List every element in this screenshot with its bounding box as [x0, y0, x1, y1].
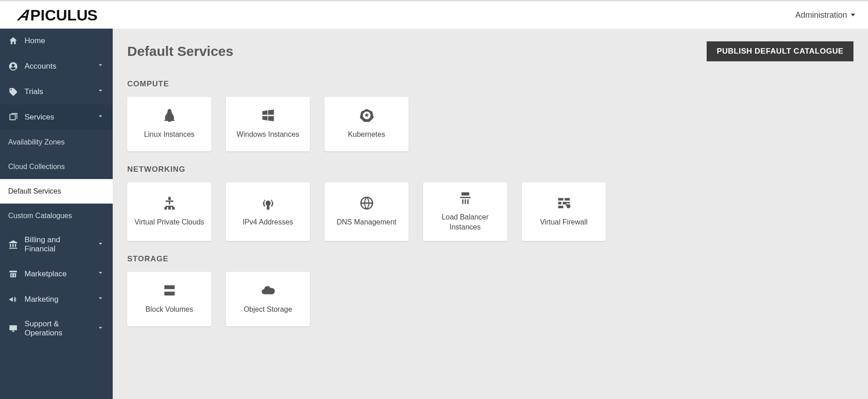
- chevron-up-icon: [96, 112, 105, 122]
- card-label: Block Volumes: [145, 304, 193, 314]
- brand-logo: APICULUS: [19, 6, 97, 24]
- card-label: Object Storage: [244, 304, 292, 314]
- sidebar-item-home[interactable]: Home: [0, 29, 113, 54]
- card-label: IPv4 Addresses: [243, 217, 293, 227]
- sidebar-label-home: Home: [25, 36, 45, 45]
- card-kubernetes[interactable]: Kubernetes: [324, 97, 409, 151]
- kubernetes-icon: [359, 108, 374, 123]
- linux-icon: [162, 108, 177, 123]
- card-linux-instances[interactable]: Linux Instances: [127, 97, 211, 151]
- monitor-icon: [8, 324, 18, 334]
- card-label: DNS Management: [337, 217, 397, 227]
- windows-icon: [260, 108, 276, 123]
- storage-icon: [162, 283, 177, 298]
- sidebar-sub-default-services[interactable]: Default Services: [0, 179, 113, 204]
- store-icon: [8, 269, 18, 279]
- card-dns[interactable]: DNS Management: [324, 182, 409, 241]
- administration-label: Administration: [795, 10, 847, 20]
- tags-icon: [8, 87, 18, 97]
- card-label: Windows Instances: [237, 130, 299, 140]
- sidebar-label-accounts: Accounts: [25, 62, 56, 71]
- sidebar-item-marketplace[interactable]: Marketplace: [0, 261, 113, 287]
- card-label: Kubernetes: [348, 130, 385, 140]
- main-content: Default Services PUBLISH DEFAULT CATALOG…: [113, 29, 868, 399]
- card-virtual-firewall[interactable]: Virtual Firewall: [522, 182, 606, 241]
- stack-icon: [8, 112, 18, 122]
- user-circle-icon: [8, 61, 18, 71]
- card-object-storage[interactable]: Object Storage: [226, 272, 310, 326]
- sidebar-sub-cloud-collections[interactable]: Cloud Collections: [0, 155, 113, 179]
- card-grid-compute: Linux Instances Windows Instances Kubern…: [127, 97, 853, 151]
- card-windows-instances[interactable]: Windows Instances: [226, 97, 310, 151]
- page-title: Default Services: [127, 44, 233, 59]
- bullhorn-icon: [8, 294, 18, 304]
- sidebar-sub-availability-zones[interactable]: Availability Zones: [0, 130, 113, 155]
- card-ipv4[interactable]: IPv4 Addresses: [226, 182, 310, 241]
- sidebar-item-support[interactable]: Support & Operations: [0, 312, 113, 345]
- sidebar-label-marketing: Marketing: [25, 295, 59, 304]
- card-grid-networking: Virtual Private Clouds IPv4 Addresses DN…: [127, 182, 853, 241]
- card-label: Virtual Private Clouds: [135, 217, 205, 227]
- card-load-balancer[interactable]: Load Balancer Instances: [423, 182, 507, 241]
- sidebar: Home Accounts Trials Services Availabili…: [0, 29, 113, 399]
- sidebar-label-services: Services: [25, 113, 54, 122]
- card-vpc[interactable]: Virtual Private Clouds: [127, 182, 211, 241]
- bank-icon: [8, 239, 18, 249]
- card-label: Load Balancer Instances: [429, 212, 502, 232]
- sidebar-item-marketing[interactable]: Marketing: [0, 287, 113, 312]
- section-title-compute: COMPUTE: [127, 80, 853, 89]
- page-header: Default Services PUBLISH DEFAULT CATALOG…: [127, 41, 853, 61]
- home-icon: [8, 36, 18, 46]
- load-balancer-icon: [458, 190, 473, 206]
- network-icon: [162, 195, 177, 211]
- sidebar-item-accounts[interactable]: Accounts: [0, 54, 113, 79]
- chevron-down-icon: [96, 324, 105, 334]
- chevron-down-icon: [96, 239, 105, 250]
- publish-catalogue-button[interactable]: PUBLISH DEFAULT CATALOGUE: [707, 41, 853, 61]
- sidebar-label-support: Support & Operations: [25, 319, 90, 338]
- cloud-storage-icon: [260, 283, 276, 298]
- sidebar-item-trials[interactable]: Trials: [0, 79, 113, 105]
- card-label: Linux Instances: [144, 130, 195, 140]
- card-grid-storage: Block Volumes Object Storage: [127, 272, 853, 326]
- sidebar-sub-custom-catalogues[interactable]: Custom Catalogues: [0, 204, 113, 228]
- firewall-icon: [556, 195, 572, 211]
- chevron-down-icon: [96, 294, 105, 304]
- card-label: Virtual Firewall: [540, 217, 588, 227]
- sidebar-item-services[interactable]: Services: [0, 105, 113, 130]
- section-title-storage: STORAGE: [127, 254, 853, 264]
- sidebar-label-marketplace: Marketplace: [25, 269, 67, 279]
- caret-down-icon: [851, 14, 855, 16]
- section-title-networking: NETWORKING: [127, 165, 853, 174]
- globe-icon: [359, 195, 374, 211]
- chevron-down-icon: [96, 269, 105, 279]
- sidebar-item-billing[interactable]: Billing and Financial: [0, 228, 113, 261]
- card-block-volumes[interactable]: Block Volumes: [127, 272, 211, 326]
- sidebar-label-billing: Billing and Financial: [25, 235, 90, 254]
- sidebar-label-trials: Trials: [25, 87, 43, 96]
- administration-dropdown[interactable]: Administration: [795, 10, 855, 20]
- broadcast-icon: [260, 195, 276, 211]
- chevron-down-icon: [96, 86, 105, 97]
- topbar: APICULUS Administration: [0, 0, 868, 29]
- chevron-down-icon: [96, 61, 105, 71]
